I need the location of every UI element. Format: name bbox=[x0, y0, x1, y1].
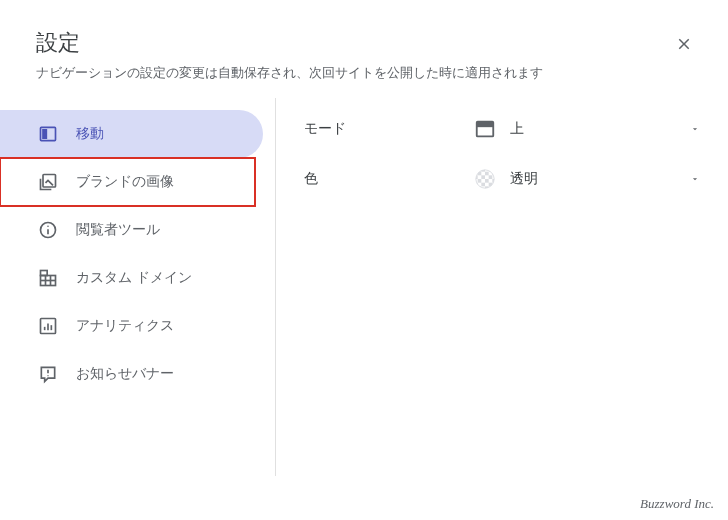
info-icon bbox=[38, 220, 58, 240]
analytics-icon bbox=[38, 316, 58, 336]
dropdown-caret-icon bbox=[690, 124, 700, 134]
sidebar-item-label: カスタム ドメイン bbox=[76, 269, 192, 287]
svg-point-16 bbox=[47, 375, 48, 376]
svg-rect-7 bbox=[41, 271, 48, 276]
mode-row[interactable]: モード 上 bbox=[304, 118, 700, 140]
sidebar-item-label: 閲覧者ツール bbox=[76, 221, 160, 239]
attribution: Buzzword Inc. bbox=[640, 496, 714, 512]
svg-point-22 bbox=[476, 170, 494, 188]
color-label: 色 bbox=[304, 170, 474, 188]
settings-sidebar: 移動 ブランドの画像 閲覧者ツール カスタム ドメイン アナリティクス bbox=[0, 98, 276, 476]
mode-label: モード bbox=[304, 120, 474, 138]
svg-rect-18 bbox=[477, 122, 494, 128]
sidebar-item-custom-domain[interactable]: カスタム ドメイン bbox=[0, 254, 263, 302]
svg-point-5 bbox=[47, 225, 49, 227]
color-row[interactable]: 色 透明 bbox=[304, 168, 700, 190]
mode-value: 上 bbox=[474, 118, 690, 140]
navigation-icon bbox=[38, 124, 58, 144]
color-value-text: 透明 bbox=[510, 170, 538, 188]
close-icon bbox=[675, 35, 693, 53]
dropdown-caret-icon bbox=[690, 174, 700, 184]
header-text: 設定 ナビゲーションの設定の変更は自動保存され、次回サイトを公開した時に適用され… bbox=[36, 28, 543, 82]
sidebar-item-viewer-tools[interactable]: 閲覧者ツール bbox=[0, 206, 263, 254]
svg-rect-1 bbox=[42, 129, 47, 139]
sidebar-item-analytics[interactable]: アナリティクス bbox=[0, 302, 263, 350]
dialog-body: 移動 ブランドの画像 閲覧者ツール カスタム ドメイン アナリティクス bbox=[0, 98, 728, 476]
domain-icon bbox=[38, 268, 58, 288]
color-value: 透明 bbox=[474, 168, 690, 190]
transparent-swatch-icon bbox=[474, 168, 496, 190]
settings-content: モード 上 色 透明 bbox=[276, 98, 728, 476]
sidebar-item-label: ブランドの画像 bbox=[76, 173, 174, 191]
sidebar-item-navigation[interactable]: 移動 bbox=[0, 110, 263, 158]
close-button[interactable] bbox=[672, 32, 696, 56]
mode-value-text: 上 bbox=[510, 120, 524, 138]
sidebar-item-label: 移動 bbox=[76, 125, 104, 143]
sidebar-item-label: アナリティクス bbox=[76, 317, 174, 335]
image-icon bbox=[38, 172, 58, 192]
dialog-header: 設定 ナビゲーションの設定の変更は自動保存され、次回サイトを公開した時に適用され… bbox=[0, 0, 728, 98]
sidebar-item-announcement[interactable]: お知らせバナー bbox=[0, 350, 263, 398]
announcement-icon bbox=[38, 364, 58, 384]
sidebar-item-brand-images[interactable]: ブランドの画像 bbox=[0, 158, 255, 206]
dialog-title: 設定 bbox=[36, 28, 543, 58]
sidebar-item-label: お知らせバナー bbox=[76, 365, 174, 383]
dialog-subtitle: ナビゲーションの設定の変更は自動保存され、次回サイトを公開した時に適用されます bbox=[36, 64, 543, 82]
mode-top-icon bbox=[474, 118, 496, 140]
